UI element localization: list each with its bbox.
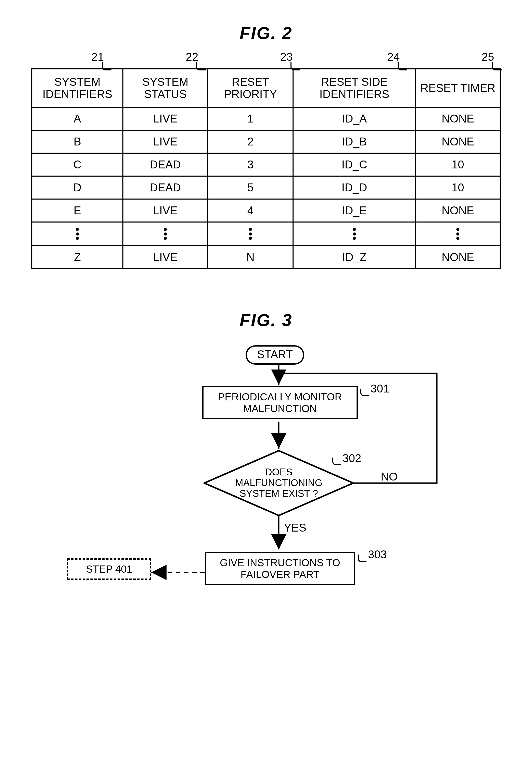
cell: •••	[293, 222, 415, 246]
col-tick	[492, 62, 502, 70]
cell: N	[208, 246, 293, 269]
col-ref-21: 21	[92, 51, 104, 63]
col-tick	[290, 62, 300, 70]
table-header-row: SYSTEM IDENTIFIERS SYSTEM STATUS RESET P…	[32, 69, 500, 107]
ref-303: 303	[368, 548, 387, 561]
cell: LIVE	[123, 130, 208, 153]
th-reset-timer: RESET TIMER	[416, 69, 500, 107]
cell: ID_A	[293, 107, 415, 130]
edge-yes: YES	[284, 521, 306, 534]
cell: A	[32, 107, 123, 130]
ref-301: 301	[371, 382, 389, 395]
table-row: E LIVE 4 ID_E NONE	[32, 199, 500, 222]
cell: ID_B	[293, 130, 415, 153]
table-row: D DEAD 5 ID_D 10	[32, 176, 500, 199]
fig2-table-wrap: 21 22 23 24 25 SYSTEM IDENTIFIERS SYSTEM…	[31, 51, 501, 269]
cell: NONE	[416, 246, 500, 269]
cell: LIVE	[123, 246, 208, 269]
cell: •••	[208, 222, 293, 246]
cell: 4	[208, 199, 293, 222]
decision-text: DOES MALFUNCTIONING SYSTEM EXIST ?	[204, 450, 354, 516]
flow-decision-302: DOES MALFUNCTIONING SYSTEM EXIST ?	[204, 450, 354, 516]
cell: •••	[416, 222, 500, 246]
fig3-flowchart: START PERIODICALLY MONITOR MALFUNCTION 3…	[31, 337, 501, 644]
ref-tick	[360, 389, 369, 396]
cell: B	[32, 130, 123, 153]
ref-tick	[358, 555, 366, 562]
cell: DEAD	[123, 153, 208, 176]
cell: C	[32, 153, 123, 176]
table-row: Z LIVE N ID_Z NONE	[32, 246, 500, 269]
flow-step-301: PERIODICALLY MONITOR MALFUNCTION	[202, 386, 358, 419]
flow-start: START	[246, 345, 304, 365]
cell: NONE	[416, 130, 500, 153]
table-row-ellipsis: ••• ••• ••• ••• •••	[32, 222, 500, 246]
col-ref-23: 23	[280, 51, 293, 63]
cell: E	[32, 199, 123, 222]
cell: •••	[32, 222, 123, 246]
cell: D	[32, 176, 123, 199]
cell: 10	[416, 176, 500, 199]
th-system-identifiers: SYSTEM IDENTIFIERS	[32, 69, 123, 107]
flow-step-401: STEP 401	[67, 558, 151, 580]
col-tick	[196, 62, 206, 70]
th-system-status: SYSTEM STATUS	[123, 69, 208, 107]
cell: NONE	[416, 107, 500, 130]
cell: ID_C	[293, 153, 415, 176]
cell: 10	[416, 153, 500, 176]
cell: 5	[208, 176, 293, 199]
cell: LIVE	[123, 107, 208, 130]
cell: •••	[123, 222, 208, 246]
table-row: C DEAD 3 ID_C 10	[32, 153, 500, 176]
th-reset-priority: RESET PRIORITY	[208, 69, 293, 107]
cell: ID_D	[293, 176, 415, 199]
cell: 1	[208, 107, 293, 130]
cell: ID_E	[293, 199, 415, 222]
col-tick	[102, 62, 111, 70]
ref-tick	[332, 458, 341, 465]
column-ref-row: 21 22 23 24 25	[31, 51, 501, 68]
cell: LIVE	[123, 199, 208, 222]
table-row: B LIVE 2 ID_B NONE	[32, 130, 500, 153]
fig2-title: FIG. 2	[31, 23, 501, 43]
edge-no: NO	[381, 470, 398, 483]
ref-302: 302	[343, 452, 361, 465]
col-ref-22: 22	[186, 51, 198, 63]
system-table: SYSTEM IDENTIFIERS SYSTEM STATUS RESET P…	[31, 68, 501, 269]
cell: Z	[32, 246, 123, 269]
cell: 2	[208, 130, 293, 153]
table-row: A LIVE 1 ID_A NONE	[32, 107, 500, 130]
th-reset-side-identifiers: RESET SIDE IDENTIFIERS	[293, 69, 415, 107]
cell: 3	[208, 153, 293, 176]
col-tick	[398, 62, 407, 70]
cell: DEAD	[123, 176, 208, 199]
flow-step-303: GIVE INSTRUCTIONS TO FAILOVER PART	[205, 552, 355, 585]
cell: ID_Z	[293, 246, 415, 269]
col-ref-25: 25	[482, 51, 494, 63]
fig3-title: FIG. 3	[31, 310, 501, 330]
cell: NONE	[416, 199, 500, 222]
col-ref-24: 24	[387, 51, 400, 63]
